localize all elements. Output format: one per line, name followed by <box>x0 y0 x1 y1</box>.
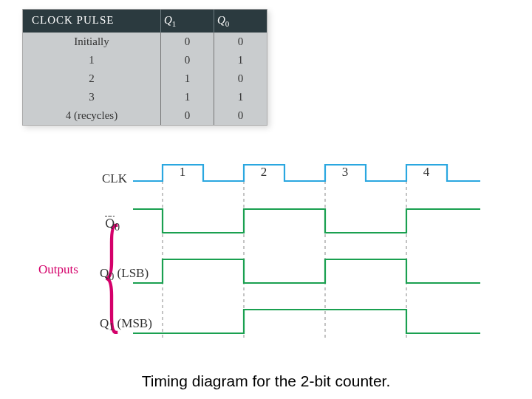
table-row: 210 <box>23 69 267 88</box>
table-row: 311 <box>23 88 267 106</box>
state-table: CLOCK PULSE Q1 Q0 Initially00 101 210 31… <box>22 9 267 126</box>
header-q1: Q1 <box>160 10 214 33</box>
table-row: 101 <box>23 51 267 69</box>
pulse-label-4: 4 <box>423 165 430 179</box>
header-q0: Q0 <box>214 10 267 33</box>
figure-caption: Timing diagram for the 2‑bit counter. <box>0 372 532 390</box>
header-clock-pulse: CLOCK PULSE <box>23 10 160 33</box>
table-row: 4 (recycles)00 <box>23 106 267 125</box>
state-table-body: Initially00 101 210 311 4 (recycles)00 <box>23 33 267 125</box>
pulse-label-1: 1 <box>180 165 186 179</box>
state-table-header: CLOCK PULSE Q1 Q0 <box>23 10 267 33</box>
pulse-label-2: 2 <box>261 165 267 179</box>
timing-diagram: 1 2 3 4 <box>37 159 495 358</box>
table-row: Initially00 <box>23 33 267 51</box>
pulse-label-3: 3 <box>342 165 349 179</box>
